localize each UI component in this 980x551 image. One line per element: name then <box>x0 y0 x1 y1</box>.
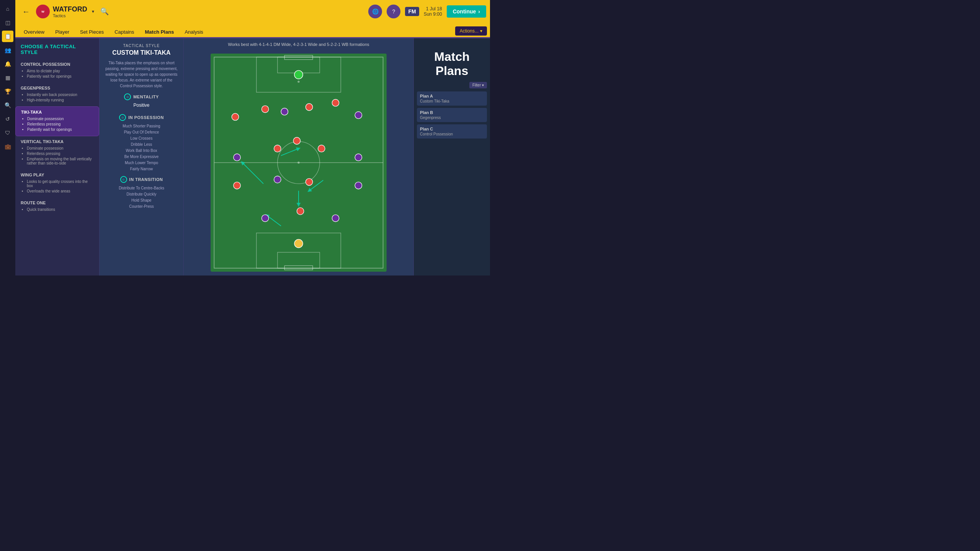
sidebar-item-tactics[interactable]: 📋 <box>2 31 13 42</box>
match-plans-header: Match Plans <box>417 42 487 82</box>
svg-point-24 <box>355 112 362 119</box>
sidebar-item-news[interactable]: ◫ <box>2 17 13 28</box>
pitch-svg <box>191 54 406 272</box>
club-info: WATFORD Tactics <box>53 5 87 18</box>
content-area: CHOOSE A TACTICAL STYLE CONTROL POSSESSI… <box>15 38 490 276</box>
nav-overview[interactable]: Overview <box>18 27 50 38</box>
in-possession-title: IN POSSESSION <box>128 115 164 120</box>
sidebar-item-trophy[interactable]: 🏆 <box>2 86 13 97</box>
sidebar-item-alerts[interactable]: 🔔 <box>2 58 13 70</box>
fm-logo: FM <box>405 7 419 16</box>
in-possession-section: ⊙ IN POSSESSION Much Shorter Passing Pla… <box>105 114 178 172</box>
sidebar-item-home[interactable]: ⌂ <box>2 3 13 15</box>
club-name: WATFORD <box>53 5 87 13</box>
nav-match-plans[interactable]: Match Plans <box>140 27 180 38</box>
search-button[interactable]: 🔍 <box>100 7 109 16</box>
svg-point-27 <box>293 137 300 144</box>
in-transition-items: Distribute To Centre-Backs Distribute Qu… <box>105 185 178 210</box>
globe-button[interactable]: 🌐 <box>368 5 382 18</box>
svg-point-33 <box>355 182 362 189</box>
svg-point-18 <box>294 70 303 79</box>
in-transition-title: IN TRANSITION <box>129 177 163 182</box>
svg-point-21 <box>281 108 288 115</box>
svg-point-22 <box>305 104 312 111</box>
match-plan-item[interactable]: Plan B Gegenpress <box>417 108 487 122</box>
pitch-formations-info: Works best with 4-1-4-1 DM Wide, 4-2-3-1… <box>184 42 413 47</box>
nav-analysis[interactable]: Analysis <box>179 27 208 38</box>
sidebar-item-shield[interactable]: 🛡 <box>2 127 13 139</box>
left-sidebar: ⌂ ◫ 📋 👥 🔔 ▦ 🏆 🔍 ↺ 🛡 💼 <box>0 0 15 276</box>
tactic-wing-play[interactable]: WING PLAY Looks to get quality crosses i… <box>15 170 99 197</box>
in-possession-items: Much Shorter Passing Play Out Of Defence… <box>105 123 178 172</box>
sidebar-item-squad[interactable]: 👥 <box>2 44 13 56</box>
match-plans-panel: Match Plans Filter ▾ Plan A Custom Tiki-… <box>413 38 490 276</box>
tactic-route-one[interactable]: ROUTE ONE Quick transitions <box>15 197 99 216</box>
right-actions: 🌐 ? FM 1 Jul 18 Sun 9:00 Continue › <box>368 5 486 18</box>
svg-point-37 <box>294 239 303 248</box>
svg-point-28 <box>318 145 325 152</box>
tactical-detail-panel: TACTICAL STYLE CUSTOM TIKI-TAKA Tiki-Tak… <box>100 38 184 276</box>
in-transition-icon: ⊙ <box>120 176 127 183</box>
svg-point-4 <box>297 161 300 164</box>
sidebar-item-search[interactable]: 🔍 <box>2 99 13 111</box>
panel-title: CHOOSE A TACTICAL STYLE <box>15 38 99 59</box>
svg-point-32 <box>305 178 312 185</box>
in-transition-section: ⊙ IN TRANSITION Distribute To Centre-Bac… <box>105 176 178 210</box>
tactical-style-name: CUSTOM TIKI-TAKA <box>112 49 170 56</box>
sidebar-item-briefcase[interactable]: 💼 <box>2 141 13 152</box>
mentality-icon: ⊙ <box>124 93 131 100</box>
tactical-style-label: TACTICAL STYLE <box>123 44 160 48</box>
back-button[interactable]: ← <box>19 6 33 18</box>
club-subtitle: Tactics <box>53 13 87 18</box>
svg-point-31 <box>274 176 281 183</box>
pitch-panel: Works best with 4-1-4-1 DM Wide, 4-2-3-1… <box>184 38 413 276</box>
tactic-control-possession[interactable]: CONTROL POSSESSION Aims to dictate play … <box>15 59 99 83</box>
svg-point-19 <box>232 113 238 120</box>
actions-button[interactable]: Actions... ▾ <box>455 26 487 36</box>
navbar: Overview Player Set Pieces Captains Matc… <box>15 23 490 38</box>
svg-point-11 <box>297 81 300 83</box>
sidebar-item-refresh[interactable]: ↺ <box>2 113 13 125</box>
svg-point-29 <box>355 154 362 161</box>
tactical-description: Tiki-Taka places the emphasis on short p… <box>105 60 178 89</box>
svg-point-20 <box>261 106 268 112</box>
club-dropdown[interactable]: ▾ <box>92 9 94 14</box>
svg-point-30 <box>234 182 240 189</box>
mentality-value: Positive <box>105 103 178 108</box>
club-logo: W <box>36 5 50 18</box>
tactic-tiki-taka[interactable]: TIKI-TAKA Dominate possession Relentless… <box>15 106 99 136</box>
nav-set-pieces[interactable]: Set Pieces <box>75 27 109 38</box>
mentality-title: MENTALITY <box>133 95 159 99</box>
mentality-section: ⊙ MENTALITY Positive <box>105 93 178 110</box>
tactic-vertical-tiki-taka[interactable]: VERTICAL TIKI-TAKA Dominate possession R… <box>15 136 99 170</box>
datetime: 1 Jul 18 Sun 9:00 <box>424 6 442 17</box>
match-plans-title: Match Plans <box>417 50 487 78</box>
svg-point-23 <box>332 99 339 106</box>
time: Sun 9:00 <box>424 11 442 17</box>
svg-point-26 <box>274 145 281 152</box>
svg-point-34 <box>261 215 268 222</box>
topbar: ← W WATFORD Tactics ▾ 🔍 🌐 ? FM 1 Jul 18 … <box>15 0 490 23</box>
filter-button[interactable]: Filter ▾ <box>469 82 487 88</box>
nav-captains[interactable]: Captains <box>109 27 139 38</box>
filter-row: Filter ▾ <box>417 82 487 88</box>
help-button[interactable]: ? <box>387 5 400 18</box>
nav-player[interactable]: Player <box>50 27 75 38</box>
tactical-styles-panel: CHOOSE A TACTICAL STYLE CONTROL POSSESSI… <box>15 38 100 276</box>
continue-button[interactable]: Continue › <box>447 5 486 18</box>
svg-point-35 <box>297 208 304 215</box>
match-plan-item[interactable]: Plan C Control Possession <box>417 124 487 139</box>
svg-point-36 <box>332 215 339 222</box>
tactic-gegenpress[interactable]: GEGENPRESS Instantly win back possession… <box>15 83 99 106</box>
svg-point-25 <box>234 154 240 161</box>
match-plan-item[interactable]: Plan A Custom Tiki-Taka <box>417 91 487 106</box>
pitch-container <box>191 54 406 272</box>
date: 1 Jul 18 <box>424 6 442 11</box>
sidebar-item-calendar[interactable]: ▦ <box>2 72 13 83</box>
in-possession-icon: ⊙ <box>119 114 126 121</box>
